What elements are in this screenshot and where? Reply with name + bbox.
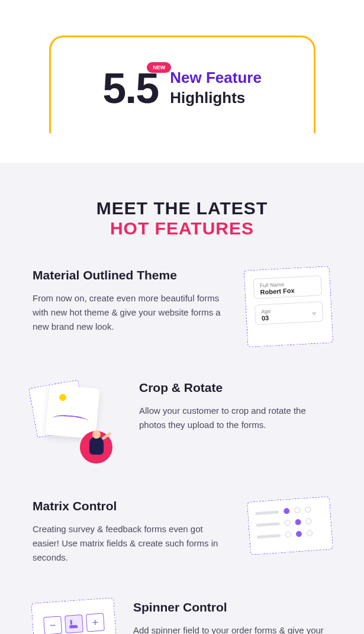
feature-text: Crop & Rotate Allow your customer to cro…	[139, 381, 331, 432]
version-number: 5.5	[102, 67, 158, 110]
wave-icon	[52, 414, 88, 425]
version-wrap: 5.5 NEW	[102, 67, 158, 110]
matrix-row	[257, 529, 324, 540]
radio-icon	[294, 507, 301, 514]
feature-material-theme: Material Outlined Theme From now on, cre…	[33, 268, 331, 345]
feature-text: Spinner Control Add spinner field to you…	[133, 600, 331, 634]
form-illustration: Full Name Robert Fox Age 03	[244, 266, 334, 347]
feature-desc: Add spinner field to your order forms & …	[133, 623, 331, 634]
matrix-illustration	[247, 496, 333, 555]
radio-icon	[305, 518, 312, 524]
headline-line1: New Feature	[170, 68, 262, 88]
chevron-down-icon	[312, 313, 317, 316]
matrix-label-icon	[255, 510, 279, 515]
hero-section: 5.5 NEW New Feature Highlights	[0, 0, 364, 163]
person-head	[92, 430, 101, 439]
minus-button-icon: −	[43, 616, 62, 634]
matrix-label-icon	[256, 522, 280, 527]
hero-card: 5.5 NEW New Feature Highlights	[49, 36, 315, 133]
feature-title: Material Outlined Theme	[33, 268, 228, 282]
feature-spinner-control: − + Spinner Control Add spinner field to…	[33, 600, 331, 634]
form-field-fullname: Full Name Robert Fox	[253, 275, 322, 299]
shoe-icon	[69, 619, 79, 628]
plus-button-icon: +	[86, 613, 105, 632]
photo-frame-front	[45, 384, 99, 439]
feature-desc: From now on, create even more beautiful …	[33, 291, 228, 334]
product-icon	[65, 614, 83, 633]
radio-icon	[295, 519, 301, 526]
hero-headline: New Feature Highlights	[170, 68, 262, 108]
feature-text: Material Outlined Theme From now on, cre…	[33, 268, 228, 334]
spinner-illustration: − +	[31, 597, 117, 634]
feature-title: Spinner Control	[133, 600, 331, 614]
new-badge: NEW	[147, 62, 171, 73]
feature-text: Matrix Control Creating survey & feedbac…	[33, 499, 231, 565]
radio-icon	[296, 531, 302, 538]
form-field-age: Age 03	[255, 301, 324, 325]
features-section: MEET THE LATEST HOT FEATURES Material Ou…	[0, 163, 364, 634]
matrix-label-icon	[257, 534, 281, 539]
crop-illustration	[33, 381, 121, 464]
feature-matrix-control: Matrix Control Creating survey & feedbac…	[33, 499, 331, 565]
radio-icon	[305, 506, 311, 513]
feature-crop-rotate: Crop & Rotate Allow your customer to cro…	[33, 381, 331, 464]
feature-desc: Allow your customer to crop and rotate t…	[139, 404, 331, 432]
feature-title: Crop & Rotate	[139, 381, 331, 395]
feature-desc: Creating survey & feedback forms even go…	[33, 522, 231, 565]
feature-title: Matrix Control	[33, 499, 231, 513]
section-subtitle: HOT FEATURES	[33, 218, 331, 239]
radio-icon	[285, 532, 292, 538]
sun-icon	[59, 394, 67, 401]
person-icon	[80, 431, 112, 464]
headline-line2: Highlights	[170, 88, 262, 108]
matrix-row	[255, 506, 323, 516]
section-title: MEET THE LATEST	[33, 198, 331, 218]
person-body	[89, 437, 104, 455]
person-arm	[101, 432, 112, 440]
radio-icon	[284, 508, 290, 514]
radio-icon	[284, 520, 291, 526]
matrix-row	[256, 517, 323, 528]
radio-icon	[307, 530, 313, 536]
